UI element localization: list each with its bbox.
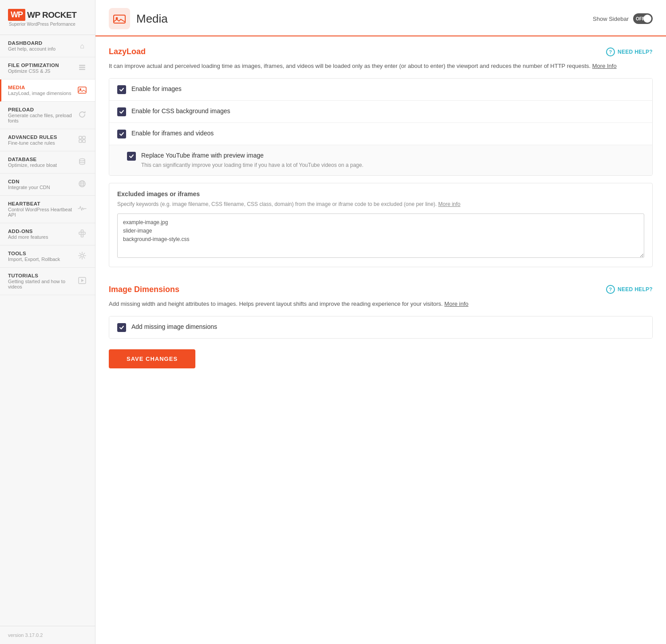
addons-icon [77,229,87,239]
sidebar-item-tutorials-title: TUTORIALS [8,273,77,278]
sidebar-toggle-label: Show Sidebar [593,16,629,22]
cdn-icon [77,180,87,190]
sidebar-item-advanced-rules-sub: Fine-tune cache rules [8,140,77,146]
sidebar-toggle-switch[interactable]: OFF [633,13,653,24]
lazyload-options-list: Enable for images Enable for CSS backgro… [109,78,653,176]
sidebar-item-preload-title: PRELOAD [8,107,77,112]
image-dimensions-options-list: Add missing image dimensions [109,316,653,339]
svg-point-19 [81,254,83,257]
lazyload-need-help[interactable]: ? NEED HELP? [606,47,653,56]
rules-icon [77,135,87,145]
lazyload-enable-images-checkbox[interactable] [117,85,126,94]
lazyload-enable-css-bg-row: Enable for CSS background images [109,101,652,123]
tools-icon [77,252,87,261]
svg-rect-15 [79,232,81,234]
sidebar-item-media-sub: LazyLoad, image dimensions [8,91,77,96]
lazyload-replace-youtube-row: Replace YouTube iframe with preview imag… [109,145,652,175]
save-changes-button[interactable]: SAVE CHANGES [109,349,195,368]
sidebar-item-tools-title: TOOLS [8,251,77,256]
home-icon [77,42,87,50]
sidebar-item-preload-sub: Generate cache files, preload fonts [8,113,77,123]
svg-rect-16 [83,232,85,234]
sidebar-item-add-ons[interactable]: ADD-ONS Add more features [0,223,95,245]
stack-icon [77,63,87,73]
excluded-textarea[interactable]: example-image.jpg slider-image backgroun… [117,213,644,258]
sidebar-item-dashboard-title: DASHBOARD [8,40,77,46]
lazyload-enable-css-bg-label: Enable for CSS background images [131,107,230,115]
sidebar-item-file-optimization-sub: Optimize CSS & JS [8,68,77,74]
sidebar-item-file-optimization-title: FILE OPTIMIZATION [8,63,77,68]
sidebar-item-database[interactable]: DATABASE Optimize, reduce bloat [0,151,95,174]
sidebar-item-file-optimization[interactable]: FILE OPTIMIZATION Optimize CSS & JS [0,57,95,79]
lazyload-section-header: LazyLoad ? NEED HELP? [109,47,653,56]
lazyload-replace-youtube-checkbox[interactable] [127,152,136,161]
lazyload-enable-iframes-row: Enable for iframes and videos [109,123,652,145]
excluded-label: Excluded images or iframes [117,190,644,198]
sidebar-item-heartbeat-title: HEARTBEAT [8,201,77,206]
lazyload-more-info-link[interactable]: More Info [592,63,617,69]
logo-area: WP WP ROCKET Superior WordPress Performa… [0,0,95,35]
add-missing-dims-label: Add missing image dimensions [131,323,217,330]
sidebar: WP WP ROCKET Superior WordPress Performa… [0,0,95,644]
sidebar-item-database-title: DATABASE [8,157,77,162]
heartbeat-icon [77,205,87,214]
page-header: Media Show Sidebar OFF [95,0,666,36]
lazyload-replace-youtube-label: Replace YouTube iframe with preview imag… [141,152,264,159]
add-missing-dims-checkbox[interactable] [117,323,126,332]
media-icon [77,86,87,95]
lazyload-need-help-label: NEED HELP? [618,49,653,55]
lazyload-replace-youtube-desc: This can significantly improve your load… [141,161,644,169]
sidebar-item-preload[interactable]: PRELOAD Generate cache files, preload fo… [0,102,95,129]
image-dimensions-section: Image Dimensions ? NEED HELP? Add missin… [109,285,653,368]
logo-tagline: Superior WordPress Performance [8,22,87,27]
excluded-more-info-link[interactable]: More info [438,201,460,207]
lazyload-enable-iframes-label: Enable for iframes and videos [131,130,214,137]
sidebar-item-add-ons-title: ADD-ONS [8,229,77,234]
image-dimensions-description: Add missing width and height attributes … [109,300,653,309]
image-dimensions-help-icon: ? [606,285,615,294]
sidebar-item-dashboard[interactable]: DASHBOARD Get help, account info [0,35,95,57]
image-dimensions-header: Image Dimensions ? NEED HELP? [109,285,653,294]
excluded-section: Excluded images or iframes Specify keywo… [109,183,653,267]
svg-rect-0 [79,65,85,66]
lazyload-enable-images-label: Enable for images [131,85,182,92]
logo-rocket: WP ROCKET [27,10,76,20]
database-icon [77,158,87,167]
main-content: Media Show Sidebar OFF LazyLoad ? NEED H… [95,0,666,644]
lazyload-help-icon: ? [606,47,615,56]
sidebar-item-cdn-sub: Integrate your CDN [8,185,77,190]
sidebar-item-media[interactable]: MEDIA LazyLoad, image dimensions [0,79,95,102]
image-dimensions-need-help[interactable]: ? NEED HELP? [606,285,653,294]
page-title: Media [136,12,168,26]
svg-rect-7 [79,140,82,142]
sidebar-item-heartbeat-sub: Control WordPress Heartbeat API [8,207,77,217]
refresh-icon [77,111,87,120]
image-dimensions-need-help-label: NEED HELP? [618,286,653,292]
sidebar-item-cdn[interactable]: CDN Integrate your CDN [0,174,95,196]
toggle-off-label: OFF [636,16,645,21]
svg-rect-22 [114,15,125,23]
sidebar-toggle-area: Show Sidebar OFF [593,13,653,24]
sidebar-item-tutorials-sub: Getting started and how to videos [8,279,77,289]
lazyload-description: It can improve actual and perceived load… [109,62,653,71]
page-icon-box [109,8,130,29]
sidebar-item-add-ons-sub: Add more features [8,234,77,240]
image-dimensions-more-info-link[interactable]: More info [444,300,468,307]
svg-rect-18 [81,235,83,237]
sidebar-item-tools[interactable]: TOOLS Import, Export, Rollback [0,245,95,268]
sidebar-item-tutorials[interactable]: TUTORIALS Getting started and how to vid… [0,268,95,295]
svg-rect-2 [79,69,85,70]
sidebar-nav: DASHBOARD Get help, account info FILE OP… [0,35,95,626]
logo: WP WP ROCKET [8,9,87,21]
lazyload-enable-iframes-checkbox[interactable] [117,130,126,138]
sidebar-item-heartbeat[interactable]: HEARTBEAT Control WordPress Heartbeat AP… [0,196,95,223]
image-dimensions-title: Image Dimensions [109,285,179,294]
sidebar-item-advanced-rules-title: ADVANCED RULES [8,134,77,140]
add-missing-dims-row: Add missing image dimensions [109,316,652,338]
video-icon [77,277,87,286]
svg-rect-1 [79,67,85,68]
lazyload-enable-css-bg-checkbox[interactable] [117,107,126,116]
sidebar-item-advanced-rules[interactable]: ADVANCED RULES Fine-tune cache rules [0,129,95,151]
lazyload-title: LazyLoad [109,47,146,56]
lazyload-section: LazyLoad ? NEED HELP? It can improve act… [109,47,653,267]
